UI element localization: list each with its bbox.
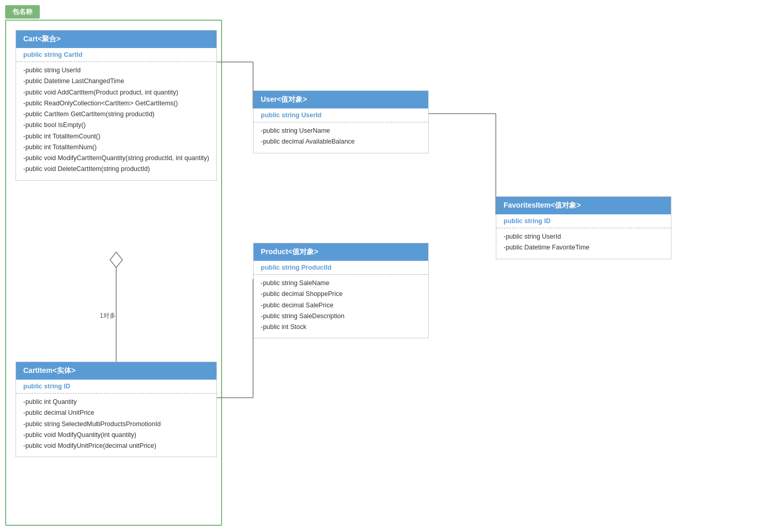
cartitem-line-4: -public void ModifyUnitPrice(decimal uni… (23, 441, 209, 451)
user-box-title: User<值对象> (254, 91, 428, 108)
favorites-box-id: public string ID (496, 214, 671, 228)
cartitem-box-title: CartItem<实体> (16, 362, 216, 380)
diamond-icon (110, 252, 122, 268)
user-line-1: -public decimal AvailableBalance (261, 136, 421, 147)
cartitem-box: CartItem<实体> public string ID -public in… (15, 362, 217, 457)
product-box: Product<值对象> public string ProductId -pu… (253, 243, 429, 338)
cart-box: Cart<聚合> public string CartId -public st… (15, 30, 217, 181)
product-line-2: -public decimal SalePrice (261, 300, 421, 311)
cart-line-2: -public void AddCartItem(Product product… (23, 87, 209, 98)
cart-line-8: -public void ModifyCartItemQuantity(stri… (23, 153, 209, 164)
user-box-id: public string UserId (254, 108, 428, 122)
product-line-1: -public decimal ShoppePrice (261, 289, 421, 300)
favorites-box: FavoritesItem<值对象> public string ID -pub… (496, 196, 671, 259)
user-box-body: -public string UserName -public decimal … (254, 122, 428, 153)
label-1-to-many: 1对多 (100, 312, 116, 319)
product-line-4: -public int Stock (261, 322, 421, 333)
cartitem-line-3: -public void ModifyQuantity(int quantity… (23, 430, 209, 441)
cart-line-1: -public Datetime LastChangedTime (23, 76, 209, 87)
cart-line-5: -public bool IsEmpty() (23, 120, 209, 131)
cart-line-6: -public int TotalItemCount() (23, 131, 209, 142)
product-line-0: -public string SaleName (261, 278, 421, 289)
favorites-box-title: FavoritesItem<值对象> (496, 197, 671, 214)
favorites-line-0: -public string UserId (504, 231, 664, 242)
cart-line-9: -public void DeleteCartItem(string produ… (23, 164, 209, 175)
package-label: 包名称 (5, 5, 40, 19)
cart-line-7: -public int TotalItemNum() (23, 142, 209, 153)
cart-line-3: -public ReadOnlyCollection<CartItem> Get… (23, 98, 209, 109)
cart-box-body: -public string UserId -public Datetime L… (16, 62, 216, 180)
cartitem-line-1: -public decimal UnitPrice (23, 408, 209, 418)
cartitem-box-id: public string ID (16, 380, 216, 394)
product-box-body: -public string SaleName -public decimal … (254, 275, 428, 338)
cart-line-4: -public CartItem GetCartItem(string prod… (23, 109, 209, 120)
cart-box-id: public string CartId (16, 48, 216, 62)
product-box-title: Product<值对象> (254, 243, 428, 261)
cart-box-title: Cart<聚合> (16, 30, 216, 48)
cart-line-0: -public string UserId (23, 65, 209, 76)
favorites-line-1: -public Datetime FavoriteTime (504, 242, 664, 253)
cartitem-line-0: -public int Quantity (23, 397, 209, 408)
cartitem-box-body: -public int Quantity -public decimal Uni… (16, 394, 216, 457)
product-line-3: -public string SaleDescription (261, 311, 421, 322)
product-box-id: public string ProductId (254, 261, 428, 275)
user-line-0: -public string UserName (261, 126, 421, 136)
favorites-box-body: -public string UserId -public Datetime F… (496, 228, 671, 259)
user-box: User<值对象> public string UserId -public s… (253, 90, 429, 153)
cartitem-line-2: -public string SelectedMultiProductsProm… (23, 419, 209, 430)
